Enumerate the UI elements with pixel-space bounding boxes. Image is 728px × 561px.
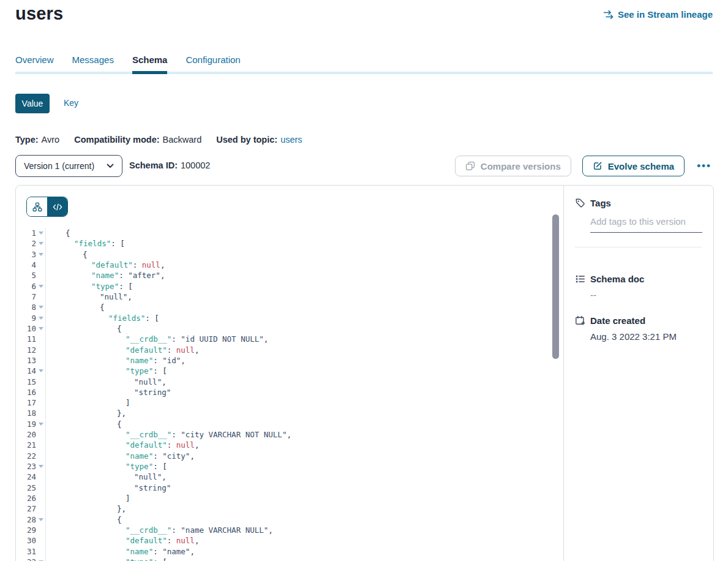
line-number: 20 [16, 430, 36, 439]
meta-compat: Compatibility mode:Backward [74, 135, 201, 145]
collapse-toggle-icon[interactable] [39, 369, 43, 372]
collapse-toggle-icon[interactable] [39, 253, 43, 256]
collapse-toggle-icon[interactable] [39, 518, 43, 521]
value-toggle-button[interactable]: Value [15, 94, 50, 113]
tab-configuration[interactable]: Configuration [186, 55, 240, 72]
code-line: 23"type": [ [16, 461, 563, 472]
collapse-toggle-icon[interactable] [39, 465, 43, 468]
code-token: "null" [100, 292, 127, 301]
code-token: null [176, 345, 195, 355]
line-number: 13 [16, 356, 36, 365]
code-token: : [167, 536, 176, 545]
tab-schema[interactable]: Schema [132, 55, 168, 72]
code-scrollbar-thumb[interactable] [552, 214, 559, 359]
compare-versions-button[interactable]: Compare versions [455, 156, 571, 176]
line-number: 29 [16, 525, 36, 535]
line-number: 5 [16, 271, 36, 280]
code-line: 3{ [16, 249, 563, 260]
collapse-gutter [36, 242, 45, 245]
line-number: 23 [16, 462, 36, 471]
collapse-toggle-icon[interactable] [39, 317, 43, 320]
code-line-content: "string" [45, 387, 563, 397]
schema-doc-header: Schema doc [575, 274, 702, 284]
code-token: "fields" [74, 239, 111, 248]
code-line: 22"name": "city", [16, 451, 563, 461]
collapse-toggle-icon[interactable] [39, 232, 43, 235]
date-created-section: Date created Aug. 3 2022 3:21 PM [575, 315, 702, 342]
code-token: , [160, 271, 165, 280]
code-line-content: { [45, 419, 563, 429]
code-line-content: { [45, 249, 563, 260]
code-token: "default" [126, 536, 167, 545]
meta-topic-label: Used by topic: [216, 135, 277, 145]
tags-input[interactable] [590, 216, 702, 233]
code-token: { [83, 250, 88, 259]
code-token: "string" [134, 388, 171, 397]
code-token: { [66, 228, 70, 238]
code-line: 30"default": null, [16, 535, 563, 546]
line-number: 30 [16, 536, 36, 545]
line-number: 12 [16, 345, 36, 355]
line-number: 32 [16, 557, 36, 561]
code-line: 9"fields": [ [16, 313, 563, 323]
code-token: { [100, 303, 105, 312]
code-token: ] [126, 398, 130, 407]
code-line-content: "name": "id", [45, 355, 563, 366]
code-line-content: { [45, 323, 563, 334]
code-token: , [190, 451, 195, 461]
tags-header: Tags [575, 198, 702, 208]
tab-messages[interactable]: Messages [72, 55, 114, 72]
collapse-toggle-icon[interactable] [39, 242, 43, 245]
code-line: 19{ [16, 419, 563, 429]
schema-view-toggle [26, 197, 68, 217]
collapse-gutter [36, 232, 45, 235]
code-token: "type" [126, 366, 153, 375]
code-token: , [162, 377, 167, 386]
date-created-header: Date created [575, 315, 702, 326]
code-line: 5"name": "after", [16, 270, 563, 280]
see-in-stream-lineage-link[interactable]: See in Stream lineage [603, 9, 713, 20]
code-line: 4"default": null, [16, 260, 563, 270]
code-line-content: "fields": [ [45, 313, 563, 323]
code-token: : [ [153, 557, 167, 561]
tree-view-button[interactable] [27, 197, 47, 216]
key-toggle-link[interactable]: Key [64, 98, 78, 108]
code-line-content: "null", [45, 376, 563, 386]
line-number: 28 [16, 515, 36, 524]
evolve-schema-button[interactable]: Evolve schema [582, 156, 685, 176]
code-token: , [195, 536, 200, 545]
schema-doc-title: Schema doc [590, 274, 644, 284]
code-token: : [ [153, 462, 167, 471]
collapse-toggle-icon[interactable] [39, 306, 43, 309]
collapse-toggle-icon[interactable] [39, 423, 43, 426]
code-token: : [ [145, 314, 159, 323]
code-view-button[interactable] [47, 197, 67, 216]
code-token: : [153, 356, 162, 365]
code-line-content: "type": [ [45, 557, 563, 561]
collapse-gutter [36, 317, 45, 320]
code-token: : [167, 345, 176, 355]
code-token: "name" [126, 451, 153, 461]
code-token: : [153, 547, 162, 556]
collapse-gutter [36, 306, 45, 309]
version-select[interactable]: Version 1 (current) [15, 155, 122, 177]
code-token: : [119, 271, 128, 280]
code-token: "name" [162, 547, 190, 556]
code-token: : [ [111, 239, 125, 248]
schema-doc-section: Schema doc -- [575, 274, 702, 300]
code-token: "default" [126, 345, 167, 355]
tag-icon [575, 198, 585, 208]
code-line-content: "fields": [ [45, 238, 563, 249]
code-line: 15"null", [16, 376, 563, 386]
topic-link[interactable]: users [280, 135, 302, 145]
tab-overview[interactable]: Overview [15, 55, 54, 72]
meta-type-value: Avro [42, 135, 60, 145]
line-number: 8 [16, 303, 36, 312]
collapse-toggle-icon[interactable] [39, 285, 43, 288]
code-line: 11"__crdb__": "id UUID NOT NULL", [16, 334, 563, 344]
code-token: : [ [153, 366, 167, 375]
lineage-link-label: See in Stream lineage [618, 9, 713, 20]
collapse-toggle-icon[interactable] [39, 327, 43, 330]
more-actions-button[interactable]: ••• [696, 160, 713, 172]
line-number: 9 [16, 314, 36, 323]
